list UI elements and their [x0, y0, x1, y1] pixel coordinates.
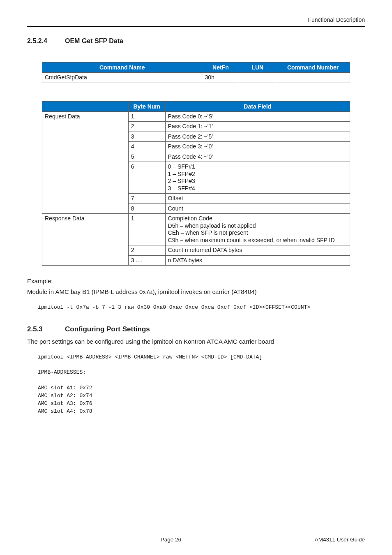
cell-byte: 4 [128, 142, 165, 152]
heading-port-settings: 2.5.3 Configuring Port Settings [27, 325, 365, 333]
cell-byte: 7 [128, 194, 165, 204]
example-label: Example: [27, 277, 365, 285]
cell-field: Pass Code 2: ~'5' [165, 132, 350, 142]
running-header: Functional Description [27, 16, 365, 27]
cell-byte: 1 [128, 111, 165, 122]
cell-byte: 8 [128, 204, 165, 214]
cell-lun [239, 73, 276, 83]
cell-field: Completion Code D5h – when payload is no… [165, 214, 350, 245]
cell-field: Pass Code 1: ~'1' [165, 122, 350, 132]
heading-oem-get-sfp: 2.5.2.4 OEM Get SFP Data [27, 37, 365, 45]
request-response-table: Byte Num Data Field Request Data 1 Pass … [42, 101, 350, 266]
cell-field: n DATA bytes [165, 255, 350, 266]
table-row: CmdGetSfpData 30h [42, 73, 350, 83]
cell-cmdnum [276, 73, 350, 83]
cell-byte: 6 [128, 162, 165, 194]
cell-byte: 2 [128, 122, 165, 132]
table-row: Request Data 1 Pass Code 0: ~'S' [42, 111, 350, 122]
cell-byte: 3 [128, 132, 165, 142]
cell-field: Pass Code 4: ~'0' [165, 152, 350, 162]
th-command-name: Command Name [42, 62, 202, 73]
heading-title: Configuring Port Settings [65, 325, 150, 333]
cell-netfn: 30h [202, 73, 239, 83]
example-text: Module in AMC bay B1 (IPMB-L address 0x7… [27, 288, 365, 296]
th-netfn: NetFn [202, 62, 239, 73]
example-code: ipmitool -t 0x7a -b 7 -l 3 raw 0x30 0xa0… [38, 304, 365, 312]
command-table: Command Name NetFn LUN Command Number Cm… [42, 62, 350, 83]
cell-field: Count n returned DATA bytes [165, 245, 350, 256]
th-byte-num: Byte Num [128, 101, 165, 111]
cell-field: Offset [165, 194, 350, 204]
cell-byte: 5 [128, 152, 165, 162]
th-data-field: Data Field [165, 101, 350, 111]
heading-title: OEM Get SFP Data [65, 37, 123, 45]
cell-byte: 1 [128, 214, 165, 245]
cell-field: Pass Code 0: ~'S' [165, 111, 350, 122]
th-command-number: Command Number [276, 62, 350, 73]
page-footer: Page 26 AM4311 User Guide [27, 533, 365, 543]
cell-field: Count [165, 204, 350, 214]
table-row: Response Data 1 Completion Code D5h – wh… [42, 214, 350, 245]
cell-byte: 2 [128, 245, 165, 256]
heading-number: 2.5.3 [27, 325, 65, 333]
cell-byte: 3 .... [128, 255, 165, 266]
port-intro: The port settings can be configured usin… [27, 338, 365, 346]
cell-field: Pass Code 3: ~'0' [165, 142, 350, 152]
cell-field: 0 – SFP#1 1 – SFP#2 2 – SFP#3 3 – SFP#4 [165, 162, 350, 194]
cell-group-label: Response Data [42, 214, 129, 266]
cell-cmd-name: CmdGetSfpData [42, 73, 202, 83]
heading-number: 2.5.2.4 [27, 37, 65, 45]
port-code: ipmitool <IPMB-ADDRESS> <IPMB-CHANNEL> r… [38, 354, 365, 416]
footer-right: AM4311 User Guide [315, 536, 365, 543]
th-lun: LUN [239, 62, 276, 73]
cell-group-label: Request Data [42, 111, 129, 214]
footer-center: Page 26 [161, 536, 181, 543]
th-blank [42, 101, 129, 111]
